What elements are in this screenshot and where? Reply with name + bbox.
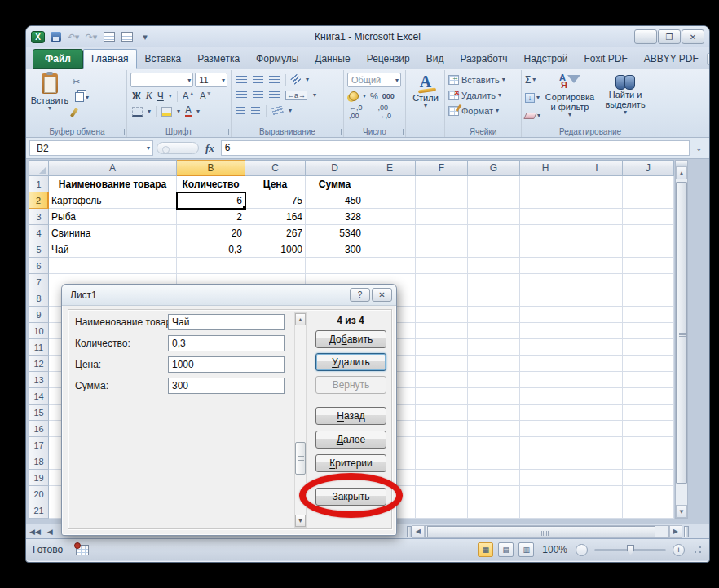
- tab-Главная[interactable]: Главная: [83, 49, 137, 69]
- criteria-button[interactable]: Критерии: [315, 454, 386, 472]
- cell-H6[interactable]: [520, 258, 571, 274]
- cell-H5[interactable]: [520, 241, 571, 258]
- column-header-I[interactable]: I: [571, 160, 623, 176]
- undo-icon[interactable]: ↶▾: [66, 30, 81, 43]
- cell-F18[interactable]: [416, 453, 468, 470]
- cell-G10[interactable]: [468, 323, 520, 339]
- cell-H8[interactable]: [520, 290, 571, 307]
- comma-style-button[interactable]: 000: [382, 92, 395, 100]
- cell-H1[interactable]: [520, 176, 571, 192]
- cell-I19[interactable]: [571, 470, 623, 486]
- dialog-launcher-icon[interactable]: [397, 129, 404, 135]
- prev-sheet-icon[interactable]: ◀: [44, 528, 56, 536]
- cell-C1[interactable]: Цена: [245, 176, 306, 192]
- cell-H7[interactable]: [520, 274, 571, 290]
- customize-qat-icon[interactable]: ▾: [138, 30, 152, 43]
- cell-I4[interactable]: [571, 225, 623, 241]
- align-right-icon[interactable]: [269, 91, 280, 99]
- next-button[interactable]: Далее: [315, 431, 386, 449]
- cell-H20[interactable]: [520, 486, 571, 502]
- page-layout-view-icon[interactable]: ▤: [498, 542, 514, 557]
- cell-G15[interactable]: [468, 405, 520, 421]
- normal-view-icon[interactable]: ▦: [478, 542, 493, 557]
- cell-J14[interactable]: [623, 388, 674, 405]
- cell-G20[interactable]: [468, 486, 520, 502]
- zoom-slider-thumb[interactable]: [627, 545, 634, 555]
- fx-icon[interactable]: fx: [202, 142, 218, 155]
- cell-G14[interactable]: [468, 388, 520, 405]
- cell-H21[interactable]: [520, 502, 571, 519]
- cell-G9[interactable]: [468, 307, 520, 323]
- row-header-7[interactable]: 7: [29, 274, 49, 290]
- tab-ABBYY PDF[interactable]: ABBYY PDF: [636, 49, 707, 69]
- cell-J13[interactable]: [623, 372, 674, 388]
- cell-I8[interactable]: [571, 290, 623, 307]
- horizontal-scrollbar[interactable]: [425, 525, 669, 538]
- tab-Надстрой[interactable]: Надстрой: [515, 49, 576, 69]
- merge-center-icon[interactable]: ←a→: [285, 91, 307, 100]
- cell-B5[interactable]: 0,3: [177, 241, 245, 258]
- vertical-scroll-thumb[interactable]: [676, 182, 687, 484]
- cell-H14[interactable]: [520, 388, 571, 405]
- column-header-E[interactable]: E: [364, 160, 416, 176]
- collapse-ribbon-icon[interactable]: ⌃: [707, 53, 710, 65]
- cell-G7[interactable]: [468, 274, 520, 290]
- cell-I20[interactable]: [571, 486, 623, 502]
- cell-G17[interactable]: [468, 437, 520, 453]
- cell-I16[interactable]: [571, 421, 623, 437]
- cell-H17[interactable]: [520, 437, 571, 453]
- cell-H3[interactable]: [520, 209, 571, 225]
- row-header-10[interactable]: 10: [29, 323, 49, 339]
- cell-J15[interactable]: [623, 405, 674, 421]
- cell-I10[interactable]: [571, 323, 623, 339]
- cell-B1[interactable]: Количество: [177, 176, 245, 192]
- tab-Разметка[interactable]: Разметка: [189, 49, 248, 69]
- fill-handle[interactable]: [242, 206, 245, 209]
- row-header-20[interactable]: 20: [29, 486, 49, 502]
- cell-G18[interactable]: [468, 453, 520, 470]
- row-header-21[interactable]: 21: [29, 502, 49, 519]
- cell-H18[interactable]: [520, 453, 571, 470]
- cell-E6[interactable]: [364, 258, 416, 274]
- cell-F5[interactable]: [416, 241, 468, 258]
- cell-J1[interactable]: [623, 176, 674, 192]
- align-center-icon[interactable]: [253, 91, 263, 99]
- tab-Разработч[interactable]: Разработч: [452, 49, 515, 69]
- cell-G19[interactable]: [468, 470, 520, 486]
- cell-I14[interactable]: [571, 388, 623, 405]
- styles-button[interactable]: А Стили ▾: [409, 72, 442, 108]
- italic-button[interactable]: К: [146, 90, 152, 102]
- cell-I2[interactable]: [571, 192, 623, 209]
- zoom-level[interactable]: 100%: [542, 544, 567, 555]
- delete-button[interactable]: Удалить: [315, 353, 386, 371]
- cell-I15[interactable]: [571, 405, 623, 421]
- cell-I3[interactable]: [571, 209, 623, 225]
- zoom-out-icon[interactable]: −: [576, 544, 588, 556]
- cell-C5[interactable]: 1000: [245, 241, 306, 258]
- bold-button[interactable]: Ж: [132, 91, 141, 102]
- underline-button[interactable]: Ч: [157, 91, 164, 102]
- zoom-in-icon[interactable]: +: [673, 544, 685, 556]
- cell-C3[interactable]: 164: [245, 209, 306, 225]
- cell-A1[interactable]: Наименование товара: [49, 176, 177, 192]
- font-color-button[interactable]: А: [185, 106, 192, 117]
- back-button[interactable]: Назад: [315, 407, 386, 425]
- cell-J16[interactable]: [623, 421, 674, 437]
- record-scroll-up-icon[interactable]: ▲: [295, 313, 306, 325]
- align-top-icon[interactable]: [236, 76, 247, 83]
- cell-J8[interactable]: [623, 290, 674, 307]
- cell-B6[interactable]: [177, 258, 245, 274]
- cell-H10[interactable]: [520, 323, 571, 339]
- cell-F2[interactable]: [416, 192, 468, 209]
- cell-D5[interactable]: 300: [306, 241, 364, 258]
- tab-Foxit PDF[interactable]: Foxit PDF: [576, 49, 635, 69]
- percent-button[interactable]: %: [370, 91, 378, 101]
- row-header-8[interactable]: 8: [29, 290, 49, 307]
- paste-button[interactable]: Вставить ▾: [31, 72, 68, 119]
- row-header-1[interactable]: 1: [29, 176, 49, 192]
- cell-H2[interactable]: [520, 192, 571, 209]
- cell-F6[interactable]: [416, 258, 468, 274]
- row-header-14[interactable]: 14: [29, 388, 49, 405]
- align-bottom-icon[interactable]: [269, 76, 280, 83]
- name-box[interactable]: B2▾: [29, 140, 153, 156]
